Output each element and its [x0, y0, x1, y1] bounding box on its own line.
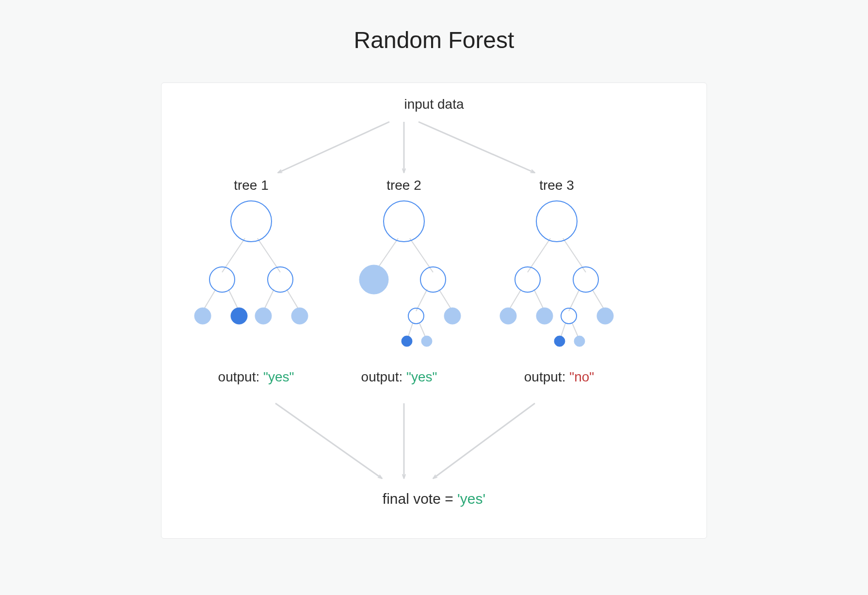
- tree3-leaf-LL: [500, 308, 516, 324]
- tree2-node-L: [359, 265, 388, 294]
- tree1-root-node: [231, 201, 272, 242]
- tree1-node-R: [268, 267, 293, 292]
- tree2-node-R: [420, 267, 446, 292]
- diagram-svg: [161, 83, 707, 539]
- tree2-leaf-RR: [444, 308, 461, 324]
- svg-line-8: [416, 289, 427, 311]
- tree2-root-node: [384, 201, 424, 242]
- tree3-leaf-RR: [597, 308, 613, 324]
- tree3-node-L: [515, 267, 540, 292]
- page: Random Forest input data tree 1 tree 2 t…: [0, 0, 868, 595]
- svg-line-11: [419, 323, 426, 338]
- svg-line-18: [561, 323, 565, 338]
- arrow-tree3-to-final: [433, 403, 535, 479]
- tree-3-edges: [508, 238, 605, 338]
- tree-1: [194, 201, 308, 324]
- tree2-leaf-RLL: [402, 336, 412, 347]
- output-arrows: [275, 403, 535, 479]
- tree-3: [500, 201, 613, 347]
- input-arrows: [278, 122, 535, 173]
- tree1-leaf-RR: [291, 308, 308, 324]
- tree3-root-node: [536, 201, 577, 242]
- svg-line-10: [408, 323, 413, 338]
- diagram-title: Random Forest: [0, 27, 868, 53]
- arrow-input-to-tree1: [278, 122, 389, 173]
- tree1-node-L: [209, 267, 235, 292]
- svg-line-19: [572, 323, 579, 338]
- tree1-leaf-LL: [194, 308, 211, 324]
- tree3-leaf-LR: [536, 308, 553, 324]
- svg-line-16: [569, 289, 579, 311]
- tree1-leaf-RL: [255, 308, 272, 324]
- diagram-card: input data tree 1 tree 2 tree 3 output: …: [161, 83, 707, 539]
- tree2-leaf-RLR: [421, 336, 432, 347]
- tree-1-edges: [203, 238, 300, 311]
- tree1-leaf-LR: [231, 308, 247, 324]
- tree3-leaf-RLR: [574, 336, 585, 347]
- tree3-node-R: [573, 267, 598, 292]
- tree3-leaf-RLL: [554, 336, 565, 347]
- arrow-tree1-to-final: [275, 403, 382, 479]
- arrow-input-to-tree3: [418, 122, 535, 173]
- tree-2: [359, 201, 461, 347]
